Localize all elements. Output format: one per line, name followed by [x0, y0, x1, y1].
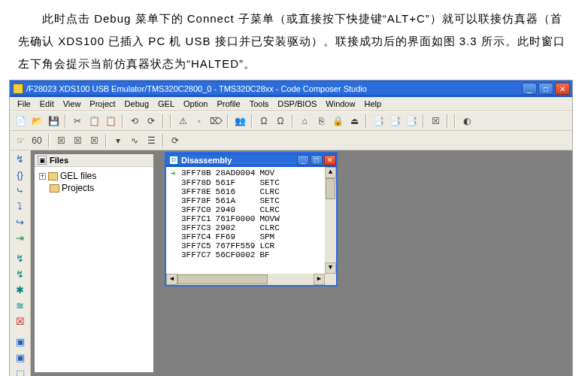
- menu-edit[interactable]: Edit: [37, 99, 57, 109]
- vscroll-thumb[interactable]: [326, 178, 335, 199]
- menu-profile[interactable]: Profile: [214, 99, 243, 109]
- disasm-titlebar[interactable]: D Disassembly _ □ ✕: [166, 153, 336, 167]
- scroll-corner: [325, 274, 336, 285]
- tb-half-icon[interactable]: ◐: [459, 114, 474, 129]
- tree-node-projects[interactable]: Projects: [50, 182, 149, 194]
- disasm-vscrollbar[interactable]: ▲ ▼: [325, 167, 336, 274]
- disasm-close-button[interactable]: ✕: [324, 155, 336, 165]
- tb-sep: [105, 134, 107, 147]
- tb2-box1-icon[interactable]: ☒: [53, 133, 68, 148]
- tb2-60-icon[interactable]: 60: [29, 133, 44, 148]
- v-halt-icon[interactable]: ☒: [13, 316, 28, 327]
- hscroll-thumb[interactable]: [177, 274, 268, 284]
- tb-page-icon[interactable]: ⎘: [314, 114, 329, 129]
- tb-save-icon[interactable]: 💾: [46, 114, 61, 129]
- maximize-button[interactable]: □: [538, 83, 553, 95]
- tb2-box2-icon[interactable]: ☒: [70, 133, 85, 148]
- v-brace-icon[interactable]: {}: [13, 169, 28, 180]
- disasm-row[interactable]: 3FF7C02940 CLRC: [169, 205, 322, 214]
- tb-undo-icon[interactable]: ⟲: [127, 114, 142, 129]
- close-button[interactable]: ✕: [555, 83, 570, 95]
- menu-file[interactable]: File: [14, 99, 34, 109]
- scroll-down-icon[interactable]: ▼: [325, 262, 336, 274]
- disasm-row[interactable]: 3FF78E5616 CLRC: [169, 187, 322, 196]
- tb2-box3-icon[interactable]: ☒: [86, 133, 102, 148]
- menu-project[interactable]: Project: [86, 99, 118, 109]
- tb-del-icon[interactable]: ⌦: [208, 114, 223, 129]
- folder-icon: [48, 172, 58, 180]
- tb-dot-icon[interactable]: ◦: [192, 114, 207, 129]
- v-win2-icon[interactable]: ▣: [13, 352, 28, 363]
- disasm-row[interactable]: 3FF7C4FF69 SPM: [169, 232, 322, 241]
- v-run-icon[interactable]: ⇥: [13, 232, 28, 244]
- disasm-row[interactable]: 3FF7C5767FF559LCR: [169, 241, 322, 250]
- tb-sep: [454, 114, 456, 128]
- tb2-hand-icon[interactable]: ☞: [13, 133, 28, 148]
- v-stepout-icon[interactable]: ↪: [13, 217, 28, 228]
- tb-sep: [292, 114, 293, 128]
- tb-users-icon[interactable]: 👥: [232, 114, 247, 129]
- tb-pages2-icon[interactable]: 📑: [387, 114, 402, 129]
- tb-new-icon[interactable]: 📄: [13, 114, 28, 129]
- tb2-refresh-icon[interactable]: ⟳: [168, 133, 183, 148]
- menu-view[interactable]: View: [60, 99, 84, 109]
- tb2-wave-icon[interactable]: ∿: [127, 133, 142, 148]
- v-connect-icon[interactable]: ↯: [13, 153, 28, 165]
- tb-pages3-icon[interactable]: 📑: [404, 114, 419, 129]
- scroll-right-icon[interactable]: ▶: [314, 274, 325, 285]
- app-icon: [13, 83, 23, 94]
- tb2-tri-icon[interactable]: ▾: [111, 133, 126, 148]
- tb-copy-icon[interactable]: 📋: [86, 114, 102, 129]
- vscroll-track[interactable]: [325, 178, 336, 262]
- v-free-icon[interactable]: ≋: [13, 300, 28, 311]
- tb-stop-icon[interactable]: ☒: [428, 114, 443, 129]
- menu-window[interactable]: Window: [323, 99, 358, 109]
- v-win1-icon[interactable]: ▣: [13, 336, 28, 347]
- minimize-button[interactable]: _: [522, 83, 537, 95]
- disasm-listing[interactable]: ➜3FF78B28AD0004MOV 3FF78D561F SETC 3FF78…: [166, 167, 325, 274]
- disasm-row[interactable]: 3FF7C756CF0002BF: [169, 250, 322, 259]
- disasm-row[interactable]: 3FF78F561A SETC: [169, 196, 322, 205]
- scroll-up-icon[interactable]: ▲: [325, 167, 336, 178]
- file-panel-toggle-icon[interactable]: ▣: [38, 156, 47, 165]
- hscroll-track[interactable]: [177, 274, 314, 285]
- tb-sep: [48, 134, 50, 147]
- v-run2-icon[interactable]: ↯: [13, 268, 28, 280]
- disasm-row[interactable]: 3FF78D561F SETC: [169, 178, 322, 187]
- tree-node-gel[interactable]: + GEL files: [39, 170, 149, 182]
- disasm-row[interactable]: 3FF7C32902 CLRC: [169, 223, 322, 232]
- tb-redo-icon[interactable]: ⟳: [144, 114, 159, 129]
- tb2-stack-icon[interactable]: ☰: [144, 133, 159, 148]
- tb-home-icon[interactable]: ⌂: [297, 114, 312, 129]
- mdi-area: D Disassembly _ □ ✕ ➜3FF78B28AD0004MOV 3…: [157, 150, 572, 376]
- v-run1-icon[interactable]: ↯: [13, 253, 28, 264]
- tb-omega2-icon[interactable]: Ω: [273, 114, 288, 129]
- tb-pages1-icon[interactable]: 📑: [371, 114, 386, 129]
- menu-tools[interactable]: Tools: [247, 99, 272, 109]
- menu-option[interactable]: Option: [180, 99, 211, 109]
- disasm-minimize-button[interactable]: _: [297, 155, 309, 165]
- v-animate-icon[interactable]: ✱: [13, 284, 28, 296]
- disasm-row[interactable]: 3FF7C1761F0000MOVW: [169, 214, 322, 223]
- tb-cut-icon[interactable]: ✂: [70, 114, 85, 129]
- workspace: ↯ {} ⤷ ⤵ ↪ ⇥ ↯ ↯ ✱ ≋ ☒ ▣ ▣ ⬚ ◧ ◧: [10, 150, 572, 376]
- disasm-icon: D: [169, 156, 178, 165]
- tb-omega-icon[interactable]: Ω: [256, 114, 271, 129]
- tree-expand-icon[interactable]: +: [39, 173, 46, 180]
- menu-debug[interactable]: Debug: [122, 99, 152, 109]
- scroll-left-icon[interactable]: ◀: [166, 274, 177, 285]
- disasm-maximize-button[interactable]: □: [311, 155, 323, 165]
- tb-lock-icon[interactable]: 🔒: [330, 114, 345, 129]
- tb-paste-icon[interactable]: 📋: [103, 114, 118, 129]
- menu-help[interactable]: Help: [361, 99, 384, 109]
- disasm-hscrollbar[interactable]: ◀ ▶: [166, 274, 325, 285]
- tb-open-icon[interactable]: 📂: [29, 114, 44, 129]
- v-stepover-icon[interactable]: ⤵: [13, 201, 28, 212]
- disasm-row[interactable]: ➜3FF78B28AD0004MOV: [169, 168, 322, 178]
- v-stepin-icon[interactable]: ⤷: [13, 185, 28, 196]
- tb-eject-icon[interactable]: ⏏: [347, 114, 362, 129]
- menu-gel[interactable]: GEL: [155, 99, 177, 109]
- tb-mark-icon[interactable]: ⚠: [175, 114, 190, 129]
- menu-dspbios[interactable]: DSP/BIOS: [274, 99, 320, 109]
- v-win3-icon[interactable]: ⬚: [13, 368, 28, 376]
